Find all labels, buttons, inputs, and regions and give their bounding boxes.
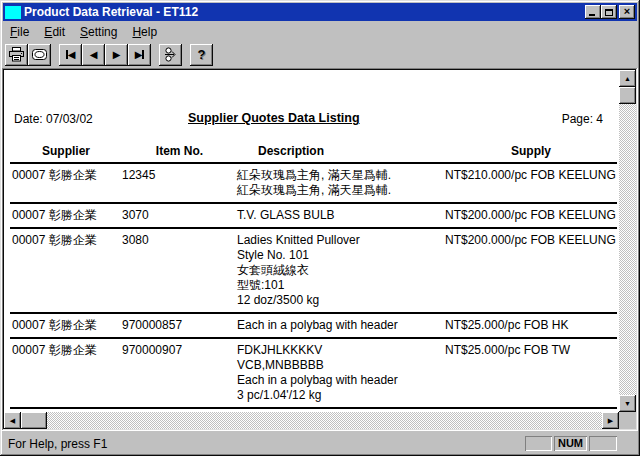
app-icon[interactable] — [5, 6, 21, 19]
vertical-scroll-track[interactable] — [619, 104, 636, 395]
status-bar: For Help, press F1 NUM — [2, 433, 638, 454]
scroll-up-button[interactable]: ▲ — [619, 70, 636, 87]
cell-supplier: 00007 彰勝企業 — [10, 208, 122, 223]
menu-file[interactable]: File — [3, 23, 37, 41]
app-window: Product Data Retrieval - ET112 × File Ed… — [0, 0, 640, 456]
last-record-icon: ▶ — [135, 50, 145, 60]
table-row: 00007 彰勝企業970000857Each in a polybag wit… — [10, 314, 617, 339]
help-icon: ? — [198, 48, 206, 61]
description-line: Each in a polybag with header — [237, 373, 445, 388]
cell-item-no: 970000907 — [122, 343, 237, 403]
transfer-record-icon — [163, 47, 178, 62]
status-message: For Help, press F1 — [8, 437, 107, 451]
title-bar[interactable]: Product Data Retrieval - ET112 × — [3, 3, 637, 21]
description-line: 3 pc/1.04'/12 kg — [237, 388, 445, 403]
window-title: Product Data Retrieval - ET112 — [24, 5, 585, 19]
description-line: Each in a polybag with header — [237, 318, 445, 333]
column-header-supply: Supply — [445, 144, 617, 158]
status-indicator-scrl — [589, 436, 617, 451]
report-header: Date: 07/03/02 Supplier Quotes Data List… — [10, 112, 617, 127]
cell-supply: NT$200.000/pc FOB KEELUNG — [445, 233, 617, 308]
column-header-item-no: Item No. — [122, 144, 237, 158]
cell-supply: NT$200.000/pc FOB KEELUNG — [445, 208, 617, 223]
report-date: Date: 07/03/02 — [14, 112, 93, 126]
minimize-button[interactable] — [585, 5, 601, 19]
cell-supplier: 00007 彰勝企業 — [10, 318, 122, 333]
table-row: 00007 彰勝企業3070T.V. GLASS BULBNT$200.000/… — [10, 204, 617, 229]
cell-description: 紅朵玫瑰爲主角, 滿天星爲輔.紅朵玫瑰爲主角, 滿天星爲輔. — [237, 168, 445, 198]
vertical-scroll-thumb[interactable] — [619, 87, 636, 104]
maximize-button[interactable] — [601, 5, 617, 19]
arrow-up-icon: ▲ — [624, 75, 631, 82]
vertical-scrollbar[interactable]: ▲ ▼ — [619, 70, 636, 412]
description-line: Style No. 101 — [237, 248, 445, 263]
column-header-description: Description — [237, 144, 445, 158]
report-title: Supplier Quotes Data Listing — [188, 111, 360, 125]
report-page-number: Page: 4 — [562, 112, 603, 126]
column-header-supplier: Supplier — [10, 144, 122, 158]
arrow-right-icon: ▶ — [608, 417, 613, 424]
cell-supplier: 00007 彰勝企業 — [10, 168, 122, 198]
print-button[interactable] — [5, 44, 28, 66]
minimize-icon — [589, 14, 595, 16]
status-indicator-cap — [525, 436, 552, 451]
table-row: 00007 彰勝企業12345紅朵玫瑰爲主角, 滿天星爲輔.紅朵玫瑰爲主角, 滿… — [10, 164, 617, 204]
description-line: 紅朵玫瑰爲主角, 滿天星爲輔. — [237, 183, 445, 198]
close-button[interactable]: × — [619, 5, 635, 19]
cell-supply: NT$210.000/pc FOB KEELUNG — [445, 168, 617, 198]
help-button[interactable]: ? — [190, 44, 213, 66]
horizontal-scrollbar[interactable]: ◀ ▶ — [4, 412, 619, 429]
print-preview-button[interactable] — [28, 44, 51, 66]
cell-supply: NT$25.000/pc FOB HK — [445, 318, 617, 333]
report-rows: 00007 彰勝企業12345紅朵玫瑰爲主角, 滿天星爲輔.紅朵玫瑰爲主角, 滿… — [10, 164, 619, 409]
column-headers: Supplier Item No. Description Supply — [10, 144, 617, 164]
next-record-button[interactable]: ▶ — [105, 44, 128, 66]
scroll-left-button[interactable]: ◀ — [4, 412, 21, 429]
cell-item-no: 3070 — [122, 208, 237, 223]
print-preview-icon — [31, 48, 48, 61]
cell-item-no: 970000857 — [122, 318, 237, 333]
horizontal-scroll-thumb[interactable] — [21, 412, 47, 429]
cell-item-no: 3080 — [122, 233, 237, 308]
status-indicator-num: NUM — [554, 436, 587, 451]
menu-help[interactable]: Help — [125, 23, 165, 41]
description-line: 12 doz/3500 kg — [237, 293, 445, 308]
arrow-left-icon: ◀ — [10, 417, 15, 424]
description-line: 紅朵玫瑰爲主角, 滿天星爲輔. — [237, 168, 445, 183]
description-line: T.V. GLASS BULB — [237, 208, 445, 223]
cell-item-no: 12345 — [122, 168, 237, 198]
description-line: 女套頭絨線衣 — [237, 263, 445, 278]
previous-record-button[interactable]: ◀ — [82, 44, 105, 66]
maximize-icon — [605, 9, 613, 16]
description-line: FDKJHLKKKKV — [237, 343, 445, 358]
description-line: VCB,MNBBBBB — [237, 358, 445, 373]
next-record-icon: ▶ — [113, 50, 121, 60]
report-page: Date: 07/03/02 Supplier Quotes Data List… — [4, 70, 619, 412]
first-record-button[interactable]: ◀ — [59, 44, 82, 66]
table-row: 00007 彰勝企業3080Ladies Knitted PulloverSty… — [10, 229, 617, 314]
horizontal-scroll-track[interactable] — [47, 412, 602, 429]
cell-supplier: 00007 彰勝企業 — [10, 343, 122, 403]
print-icon — [8, 47, 25, 62]
previous-record-icon: ◀ — [90, 50, 98, 60]
report-view: Date: 07/03/02 Supplier Quotes Data List… — [2, 68, 638, 431]
scroll-right-button[interactable]: ▶ — [602, 412, 619, 429]
close-icon: × — [624, 6, 630, 17]
description-line: Ladies Knitted Pullover — [237, 233, 445, 248]
last-record-button[interactable]: ▶ — [128, 44, 151, 66]
scroll-down-button[interactable]: ▼ — [619, 395, 636, 412]
cell-description: Each in a polybag with header — [237, 318, 445, 333]
transfer-record-button[interactable] — [159, 44, 182, 66]
cell-description: T.V. GLASS BULB — [237, 208, 445, 223]
scrollbar-corner — [619, 412, 636, 429]
menu-setting[interactable]: Setting — [73, 23, 125, 41]
description-line: 型號:101 — [237, 278, 445, 293]
toolbar: ◀ ◀ ▶ ▶ ? — [2, 41, 638, 68]
cell-supply: NT$25.000/pc FOB TW — [445, 343, 617, 403]
cell-description: Ladies Knitted PulloverStyle No. 101女套頭絨… — [237, 233, 445, 308]
table-row: 00007 彰勝企業970000907FDKJHLKKKKVVCB,MNBBBB… — [10, 339, 617, 409]
cell-supplier: 00007 彰勝企業 — [10, 233, 122, 308]
menu-edit[interactable]: Edit — [37, 23, 73, 41]
arrow-down-icon: ▼ — [624, 400, 631, 407]
first-record-icon: ◀ — [66, 50, 76, 60]
